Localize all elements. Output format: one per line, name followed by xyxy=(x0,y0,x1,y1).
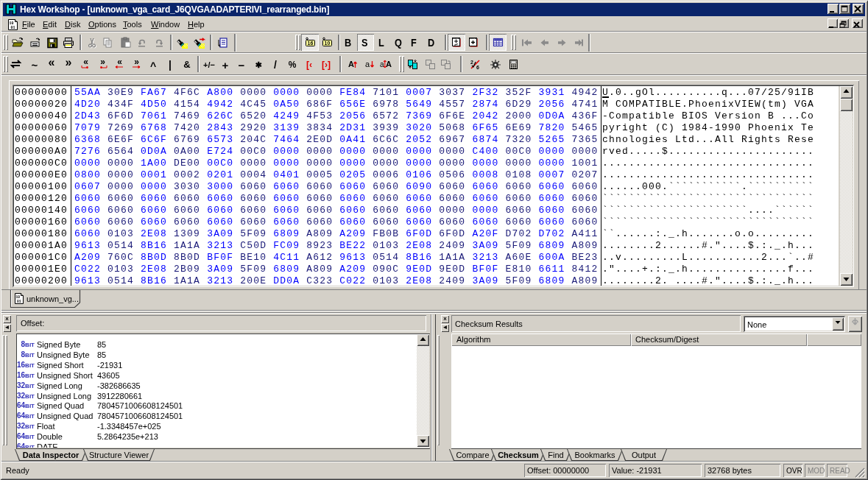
svg-text:01: 01 xyxy=(17,300,21,303)
svg-text:2: 2 xyxy=(470,60,473,65)
svg-text:«: « xyxy=(83,58,88,67)
svg-text:10: 10 xyxy=(325,40,331,46)
svg-text:01: 01 xyxy=(11,26,15,30)
svg-text:a: a xyxy=(365,60,370,68)
svg-text:16: 16 xyxy=(308,40,314,46)
svg-text:A: A xyxy=(386,60,392,68)
svg-text:6: 6 xyxy=(476,65,479,70)
svg-text:»: » xyxy=(100,58,105,67)
svg-text:10: 10 xyxy=(16,295,21,299)
svg-text:A: A xyxy=(348,60,354,68)
svg-text:«: « xyxy=(117,58,122,67)
